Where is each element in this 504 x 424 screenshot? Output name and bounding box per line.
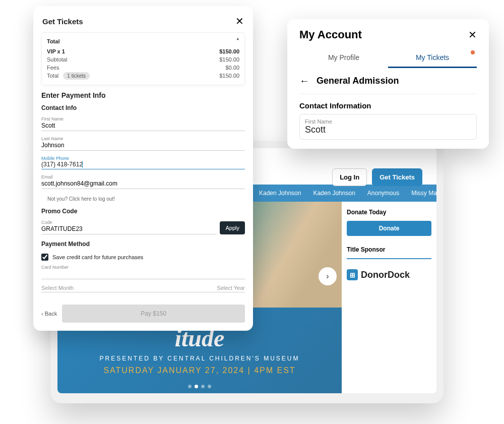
- card-number-input[interactable]: [41, 270, 245, 278]
- summary-header: Total: [47, 38, 59, 44]
- card-number-label: Card Number: [41, 265, 245, 270]
- chevron-up-icon[interactable]: ˄: [236, 38, 239, 44]
- expiration-row[interactable]: Select Month Select Year: [41, 282, 245, 292]
- ribbon-name: Kaden Johnson: [313, 190, 355, 197]
- last-name-label: Last Name: [41, 136, 245, 141]
- email-field[interactable]: Email: [41, 172, 245, 189]
- sponsor-card: Title Sponsor ⊞ DonorDock: [347, 246, 431, 280]
- back-button[interactable]: ‹ Back: [41, 311, 57, 317]
- subtotal-amount: $150.00: [219, 56, 239, 63]
- modal-title: Get Tickets: [42, 17, 83, 26]
- order-summary: Total ˄ VIP x 1 $150.00 Subtotal $150.00…: [41, 32, 245, 85]
- get-tickets-button[interactable]: Get Tickets: [372, 168, 422, 186]
- card-number-field[interactable]: Card Number: [41, 263, 245, 279]
- promo-code-input[interactable]: [41, 225, 217, 233]
- hero-date-time: SATURDAY JANUARY 27, 2024 | 4PM EST: [57, 366, 342, 375]
- ticket-type-title: General Admission: [317, 76, 399, 86]
- sponsor-divider: [347, 258, 431, 259]
- account-first-name-field[interactable]: First Name Scott: [299, 114, 477, 140]
- first-name-label: First Name: [41, 116, 245, 122]
- first-name-field[interactable]: First Name: [41, 114, 245, 131]
- sponsor-name: DonorDock: [361, 270, 410, 280]
- last-name-field[interactable]: Last Name: [41, 134, 245, 151]
- account-first-name-label: First Name: [305, 118, 471, 125]
- save-card-checkbox[interactable]: [41, 254, 48, 261]
- account-first-name-value: Scott: [305, 125, 471, 135]
- exp-year-select[interactable]: Select Year: [217, 285, 245, 291]
- donate-button[interactable]: Donate: [347, 221, 431, 236]
- mobile-phone-label: Mobile Phone: [41, 156, 245, 161]
- account-tabs: My Profile My Tickets: [299, 48, 477, 68]
- payment-method-heading: Payment Method: [41, 240, 245, 248]
- tab-my-profile[interactable]: My Profile: [299, 48, 388, 68]
- login-button[interactable]: Log In: [332, 168, 367, 186]
- text-cursor-icon: [82, 161, 83, 168]
- get-tickets-modal: Get Tickets ✕ Total ˄ VIP x 1 $150.00 Su…: [33, 6, 253, 331]
- pay-button[interactable]: Pay $150: [62, 305, 245, 323]
- promo-code-label: Code: [41, 220, 217, 225]
- close-icon[interactable]: ✕: [235, 15, 244, 27]
- sidebar: Donate Today Donate Title Sponsor ⊞ Dono…: [342, 202, 436, 393]
- hero-subtitle: PRESENTED BY CENTRAL CHILDREN'S MUSEUM: [57, 355, 342, 362]
- contact-info-heading: Contact Information: [299, 101, 477, 110]
- email-label: Email: [41, 174, 245, 179]
- subtotal-label: Subtotal: [47, 56, 67, 63]
- promo-code-field[interactable]: Code: [41, 218, 217, 234]
- ribbon-name: Anonymous: [367, 190, 399, 197]
- back-label: Back: [45, 311, 57, 317]
- apply-promo-button[interactable]: Apply: [220, 221, 245, 234]
- hero-next-button[interactable]: ›: [319, 267, 337, 285]
- my-account-popup: My Account ✕ My Profile My Tickets ← Gen…: [287, 19, 489, 149]
- sponsor-title: Title Sponsor: [347, 246, 431, 253]
- line-item-label: VIP x 1: [47, 48, 65, 54]
- tab-my-tickets[interactable]: My Tickets: [388, 48, 477, 68]
- notification-dot-icon: [471, 50, 475, 54]
- email-input[interactable]: [41, 179, 245, 188]
- donate-card: Donate Today Donate: [347, 209, 431, 236]
- account-title: My Account: [299, 28, 362, 41]
- exp-month-select[interactable]: Select Month: [41, 285, 74, 291]
- logout-hint-link[interactable]: Not you? Click here to log out!: [41, 192, 245, 204]
- line-item-amount: $150.00: [219, 48, 239, 54]
- total-label: Total: [47, 73, 58, 79]
- total-amount: $150.00: [219, 73, 239, 79]
- hero-pagination[interactable]: [188, 385, 211, 388]
- back-arrow-icon[interactable]: ←: [299, 75, 309, 87]
- ribbon-name: Missy Marchant: [411, 190, 436, 197]
- hero-photo: [239, 202, 342, 308]
- site-actions: Log In Get Tickets: [332, 168, 422, 186]
- last-name-input[interactable]: [41, 141, 245, 149]
- fees-label: Fees: [47, 65, 59, 71]
- save-card-label: Save credit card for future purchases: [52, 254, 143, 260]
- ticket-count-pill: 1 tickets: [63, 72, 90, 80]
- payment-info-heading: Enter Payment Info: [41, 91, 245, 99]
- donate-title: Donate Today: [347, 209, 431, 216]
- promo-heading: Promo Code: [41, 208, 245, 215]
- first-name-input[interactable]: [41, 122, 245, 130]
- ribbon-name: Kaden Johnson: [259, 190, 301, 197]
- close-icon[interactable]: ✕: [468, 29, 477, 41]
- mobile-phone-field[interactable]: Mobile Phone (317) 418-7612: [41, 154, 245, 169]
- sponsor-logo: ⊞ DonorDock: [347, 269, 431, 280]
- mobile-phone-value: (317) 418-7612: [41, 161, 83, 168]
- hero-text: itude PRESENTED BY CENTRAL CHILDREN'S MU…: [57, 324, 342, 375]
- tab-my-tickets-label: My Tickets: [416, 53, 449, 62]
- fees-amount: $0.00: [225, 65, 239, 71]
- sponsor-icon: ⊞: [347, 269, 358, 280]
- contact-info-heading: Contact Info: [41, 104, 245, 111]
